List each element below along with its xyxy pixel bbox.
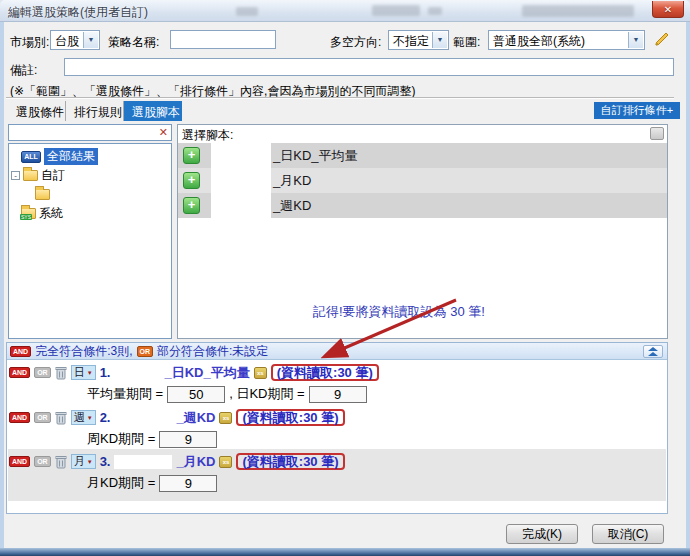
redacted-blur xyxy=(236,7,258,16)
note-input[interactable] xyxy=(64,58,674,76)
condition-name: _月KD xyxy=(176,453,215,471)
and-icon[interactable]: AND xyxy=(9,367,30,378)
chevron-down-icon[interactable]: ▼ xyxy=(628,32,643,48)
and-icon: AND xyxy=(10,346,31,357)
collapse-panel-button[interactable] xyxy=(643,345,663,358)
tree-item-system[interactable]: SYS 系統 xyxy=(21,205,63,222)
period-select-button[interactable]: 週 ▼ xyxy=(71,410,96,425)
and-summary: 完全符合條件:3則, xyxy=(35,343,132,360)
tab-label: 選股條件 xyxy=(16,105,64,119)
or-icon[interactable]: OR xyxy=(34,367,51,378)
market-select[interactable]: 台股 ▼ xyxy=(50,30,100,50)
tree-item-all-results[interactable]: ALL 全部結果 xyxy=(21,148,98,165)
redacted-name xyxy=(114,366,160,380)
avg-volume-period-input[interactable] xyxy=(167,386,225,403)
chevron-down-icon: ▼ xyxy=(87,370,93,376)
tab-select-conditions[interactable]: 選股條件 xyxy=(8,101,66,121)
or-icon[interactable]: OR xyxy=(34,412,51,423)
condition-index: 1. xyxy=(100,365,111,380)
param-label: 平均量期間 = xyxy=(87,385,163,403)
cancel-button[interactable]: 取消(C) xyxy=(592,524,664,544)
tab-rank-rules[interactable]: 排行規則 xyxy=(66,101,124,121)
param-label: 周KD期間 = xyxy=(87,430,155,448)
direction-select[interactable]: 不指定 ▼ xyxy=(388,30,449,50)
close-button[interactable]: ✕ xyxy=(652,1,684,18)
delete-trash-icon[interactable] xyxy=(55,366,67,380)
and-icon[interactable]: AND xyxy=(9,456,30,467)
xls-icon[interactable]: xs xyxy=(254,367,267,379)
xls-disabled-icon xyxy=(650,127,664,140)
xls-icon[interactable]: xs xyxy=(219,456,232,468)
data-read-badge[interactable]: (資料讀取:30 筆) xyxy=(271,364,379,381)
redacted-blur xyxy=(522,5,634,17)
add-script-icon[interactable]: + xyxy=(183,197,200,214)
tree-search-box: ✕ xyxy=(8,124,172,141)
script-select-panel: 選擇腳本: + _日KD_平均量 + _月KD + _週KD 記得!要將資料讀取… xyxy=(177,124,668,339)
ok-label: 完成(K) xyxy=(522,526,562,543)
chevron-down-icon[interactable]: ▼ xyxy=(432,32,447,48)
reminder-annotation: 記得!要將資料讀取設為 30 筆! xyxy=(313,303,485,321)
or-summary: 部分符合條件:未設定 xyxy=(157,343,268,360)
redacted-blur xyxy=(372,5,420,16)
collapse-expander-icon[interactable]: - xyxy=(11,171,20,180)
script-row-label: _日KD_平均量 xyxy=(273,147,358,165)
clear-search-icon[interactable]: ✕ xyxy=(159,126,168,139)
monthly-kd-period-input[interactable] xyxy=(159,475,217,492)
direction-label: 多空方向: xyxy=(330,33,381,51)
cancel-label: 取消(C) xyxy=(608,526,649,543)
scope-select[interactable]: 普通股全部(系統) ▼ xyxy=(488,30,645,50)
strategy-name-input[interactable] xyxy=(170,30,276,49)
divider xyxy=(6,97,674,99)
double-chevron-up-icon xyxy=(647,347,659,357)
add-script-icon[interactable]: + xyxy=(183,147,200,164)
condition-row-1-params: 平均量期間 = , 日KD期間 = xyxy=(87,385,367,403)
period-select-button[interactable]: 月 ▼ xyxy=(71,454,96,469)
script-row-label: _週KD xyxy=(273,197,311,215)
conditions-header: AND 完全符合條件:3則, OR 部分符合條件:未設定 xyxy=(7,343,667,360)
data-read-badge[interactable]: (資料讀取:30 筆) xyxy=(236,453,344,470)
condition-name: _週KD xyxy=(176,409,215,427)
redacted-area xyxy=(211,143,271,218)
script-row-label: _月KD xyxy=(273,172,311,190)
daily-kd-period-input[interactable] xyxy=(309,386,367,403)
param-label: , 日KD期間 = xyxy=(229,385,305,403)
period-label: 日 xyxy=(74,365,85,380)
condition-index: 2. xyxy=(100,410,111,425)
window-border-bottom xyxy=(0,548,690,556)
tab-label: 選股腳本 xyxy=(132,105,180,119)
data-read-badge[interactable]: (資料讀取:30 筆) xyxy=(236,409,344,426)
market-label: 市場別: xyxy=(10,33,49,51)
and-icon[interactable]: AND xyxy=(9,412,30,423)
title-bar[interactable]: 編輯選股策略(使用者自訂) ✕ xyxy=(0,0,690,22)
tab-select-script[interactable]: 選股腳本 xyxy=(124,101,182,121)
condition-name: _日KD_平均量 xyxy=(164,364,249,382)
period-select-button[interactable]: 日 ▼ xyxy=(71,365,96,380)
window-border-right xyxy=(686,22,690,548)
window-title: 編輯選股策略(使用者自訂) xyxy=(8,4,148,21)
tree-item-subfolder[interactable] xyxy=(35,186,53,203)
condition-row-1[interactable]: AND OR 日 ▼ 1. _日KD_平均量 xs (資料讀取:30 筆) xyxy=(9,364,379,381)
tree-search-input[interactable] xyxy=(11,126,151,139)
chevron-down-icon[interactable]: ▼ xyxy=(83,32,98,48)
tab-label: 排行規則 xyxy=(74,105,122,119)
or-icon[interactable]: OR xyxy=(34,456,51,467)
weekly-kd-period-input[interactable] xyxy=(159,431,217,448)
all-results-icon: ALL xyxy=(21,151,41,163)
strategy-name-label: 策略名稱: xyxy=(108,33,159,51)
edit-strategy-dialog: 編輯選股策略(使用者自訂) ✕ 市場別: 台股 ▼ 策略名稱: 多空方向: 不指… xyxy=(0,0,690,556)
script-panel-header: 選擇腳本: xyxy=(182,127,233,144)
condition-row-3[interactable]: AND OR 月 ▼ 3. _月KD xs (資料讀取:30 筆) xyxy=(9,453,345,470)
folder-icon xyxy=(23,170,38,181)
ok-button[interactable]: 完成(K) xyxy=(506,524,578,544)
edit-pencil-icon[interactable] xyxy=(652,29,672,49)
add-script-icon[interactable]: + xyxy=(183,172,200,189)
condition-row-2[interactable]: AND OR 週 ▼ 2. _週KD xs (資料讀取:30 筆) xyxy=(9,409,345,426)
system-folder-icon: SYS xyxy=(21,208,36,219)
tree-item-label: 全部結果 xyxy=(44,148,98,165)
period-label: 週 xyxy=(74,410,85,425)
custom-rank-condition-button[interactable]: 自訂排行條件+ xyxy=(594,102,680,119)
tree-item-custom[interactable]: - 自訂 xyxy=(11,167,65,184)
delete-trash-icon[interactable] xyxy=(55,411,67,425)
delete-trash-icon[interactable] xyxy=(55,455,67,469)
xls-icon[interactable]: xs xyxy=(219,412,232,424)
